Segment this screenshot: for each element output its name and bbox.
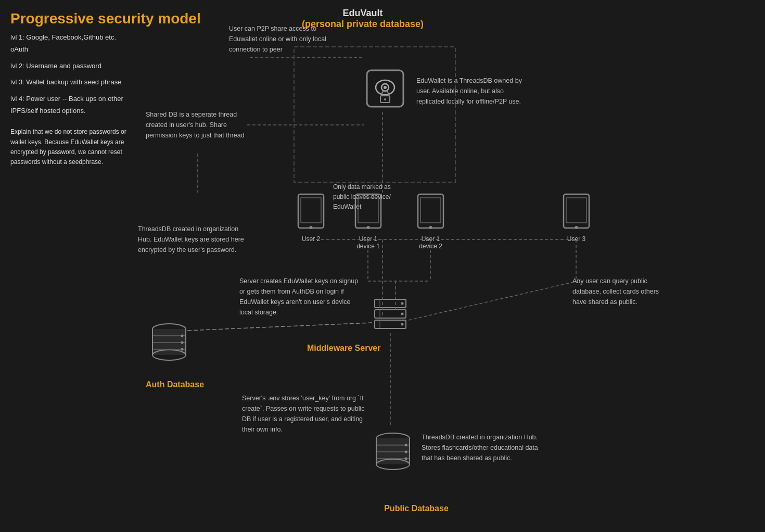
svg-point-46 [405, 444, 407, 447]
svg-point-28 [181, 348, 184, 351]
svg-point-14 [429, 226, 432, 229]
svg-point-27 [181, 341, 184, 344]
p2p-text: User can P2P share access to Eduwallet o… [229, 23, 333, 55]
eduwallet-icon [364, 68, 406, 109]
svg-point-3 [384, 86, 387, 89]
main-page: { "title": "Progressive security model",… [0, 0, 765, 532]
user3-device: User 3 [562, 193, 591, 243]
lvl2: lvl 2: Username and password [10, 60, 135, 72]
server-creates-text: Server creates EduWallet keys on signup … [239, 276, 364, 318]
svg-point-5 [384, 98, 386, 100]
svg-point-11 [367, 226, 370, 229]
user1-device2: User 1device 2 [416, 193, 445, 250]
security-levels: lvl 1: Google, Facebook,Github etc. oAut… [10, 31, 135, 117]
svg-rect-13 [420, 198, 441, 223]
middleware-label: Middleware Server [307, 344, 380, 353]
svg-rect-7 [301, 198, 321, 223]
svg-point-47 [405, 451, 407, 453]
left-panel: lvl 1: Google, Facebook,Github etc. oAut… [10, 31, 135, 167]
svg-point-37 [401, 323, 404, 326]
user1d2-label: User 1device 2 [416, 235, 445, 250]
svg-point-17 [575, 226, 578, 229]
user1-device1: User 1device 1 [354, 193, 382, 250]
svg-rect-63 [294, 47, 455, 182]
eduwallet-desc: EduWallet is a ThreadsDB owned by user. … [416, 75, 531, 107]
auth-db-icon [146, 318, 193, 366]
public-db-text: ThreadsDB created in organization Hub. S… [422, 432, 546, 463]
user1d1-label: User 1device 1 [354, 235, 382, 250]
auth-db-label: Auth Database [146, 380, 204, 389]
password-note: Explain that we do not store passwords o… [10, 127, 135, 167]
eduvault-title: EduVault [302, 8, 424, 19]
public-db-label: Public Database [338, 504, 494, 513]
svg-rect-16 [566, 198, 586, 223]
threadsdb-text: ThreadsDB created in organization Hub. E… [138, 224, 252, 255]
svg-point-31 [401, 302, 404, 305]
server-env-text: Server's .env stores 'user_key' from org… [242, 393, 367, 435]
user2-device: User 2 [297, 193, 325, 243]
lvl3: lvl 3: Wallet backup with seed phrase [10, 76, 135, 88]
user3-label: User 3 [562, 235, 591, 243]
shared-db-text: Shared DB is a seperate thread created i… [146, 109, 245, 141]
any-user-text: Any user can query public database, coll… [572, 276, 666, 307]
svg-point-48 [405, 458, 407, 460]
svg-point-26 [181, 335, 184, 337]
svg-point-8 [310, 226, 313, 229]
lvl1: lvl 1: Google, Facebook,Github etc. oAut… [10, 31, 135, 56]
public-db-icon [369, 427, 416, 475]
middleware-server-icon [372, 297, 409, 335]
svg-line-61 [409, 281, 578, 320]
lvl4: lvl 4: Power user -- Back ups on other I… [10, 93, 135, 117]
user2-label: User 2 [297, 235, 325, 243]
svg-line-59 [187, 323, 372, 331]
svg-point-34 [401, 313, 404, 315]
svg-rect-10 [358, 198, 378, 223]
